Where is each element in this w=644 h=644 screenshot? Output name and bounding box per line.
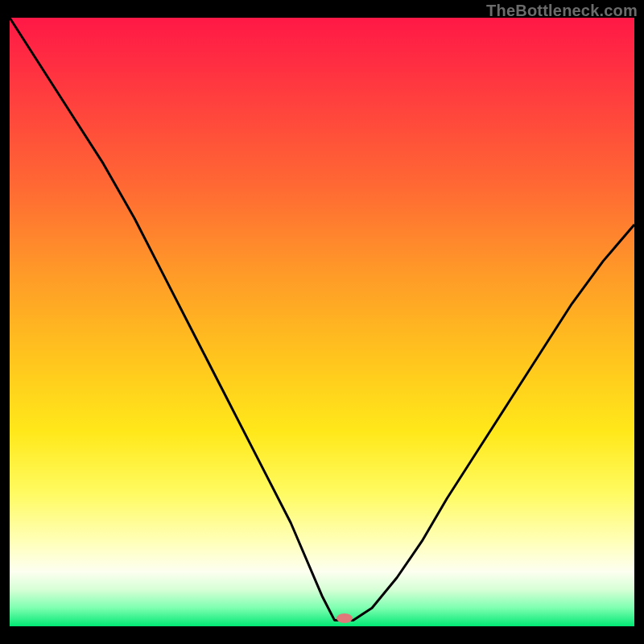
marker-dot: [336, 613, 353, 623]
chart-svg: [0, 0, 644, 644]
watermark-text: TheBottleneck.com: [486, 2, 638, 20]
chart-stage: TheBottleneck.com: [0, 0, 644, 644]
plot-area: [10, 18, 634, 626]
